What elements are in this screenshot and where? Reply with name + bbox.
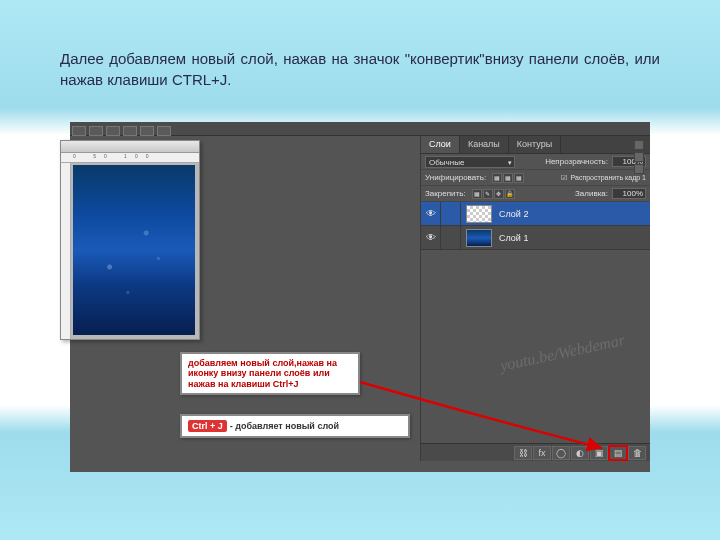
panel-collapse-icons[interactable]	[634, 140, 648, 176]
layer-name[interactable]: Слой 1	[497, 233, 650, 243]
ruler-horizontal: 0 50 100	[61, 153, 199, 163]
document-titlebar[interactable]	[61, 141, 199, 153]
unified-label: Унифицировать:	[425, 173, 486, 182]
fx-button[interactable]: fx	[533, 446, 551, 460]
tab-channels[interactable]: Каналы	[460, 136, 509, 153]
lock-label: Закрепить:	[425, 189, 466, 198]
annotation-callout-1: добавляем новый слой,нажав на иконку вни…	[180, 352, 360, 395]
photoshop-workspace: 0 50 100 Слои Каналы Контуры Обычные Неп…	[70, 122, 650, 472]
visibility-toggle[interactable]: 👁	[421, 202, 441, 225]
tab-layers[interactable]: Слои	[421, 136, 460, 153]
mask-button[interactable]: ◯	[552, 446, 570, 460]
tab-paths[interactable]: Контуры	[509, 136, 561, 153]
kbd-shortcut: Ctrl + J	[188, 420, 227, 432]
adjustment-button[interactable]: ◐	[571, 446, 589, 460]
layer-thumbnail[interactable]	[466, 205, 492, 223]
fill-input[interactable]: 100%	[612, 188, 646, 199]
group-button[interactable]: ▣	[590, 446, 608, 460]
annotation-callout-2: Ctrl + J- добавляет новый слой	[180, 414, 410, 438]
delete-layer-button[interactable]: 🗑	[628, 446, 646, 460]
new-layer-button[interactable]: ▤	[609, 446, 627, 460]
opacity-label: Непрозрачность:	[545, 157, 608, 166]
lock-icons[interactable]: ▦✎✥🔒	[472, 189, 515, 199]
blend-mode-dropdown[interactable]: Обычные	[425, 156, 515, 168]
link-col[interactable]	[441, 202, 461, 225]
layers-panel: Слои Каналы Контуры Обычные Непрозрачнос…	[420, 136, 650, 461]
document-window[interactable]: 0 50 100	[60, 140, 200, 340]
layer-name[interactable]: Слой 2	[497, 209, 650, 219]
fill-label: Заливка:	[575, 189, 608, 198]
canvas-image[interactable]	[73, 165, 195, 335]
link-col[interactable]	[441, 226, 461, 249]
unify-icons[interactable]: ▦▦▦	[492, 173, 524, 183]
layer-thumbnail[interactable]	[466, 229, 492, 247]
panel-tabs: Слои Каналы Контуры	[421, 136, 650, 154]
layer-row[interactable]: 👁 Слой 1	[421, 226, 650, 250]
eye-icon: 👁	[426, 208, 436, 219]
slide-caption: Далее добавляем новый слой, нажав на зна…	[0, 0, 720, 100]
options-bar	[70, 122, 650, 136]
layer-list: 👁 Слой 2 👁 Слой 1	[421, 202, 650, 250]
link-layers-button[interactable]: ⛓	[514, 446, 532, 460]
visibility-toggle[interactable]: 👁	[421, 226, 441, 249]
layer-row[interactable]: 👁 Слой 2	[421, 202, 650, 226]
ruler-vertical	[61, 163, 71, 339]
eye-icon: 👁	[426, 232, 436, 243]
layers-panel-footer: ⛓ fx ◯ ◐ ▣ ▤ 🗑	[421, 443, 650, 461]
